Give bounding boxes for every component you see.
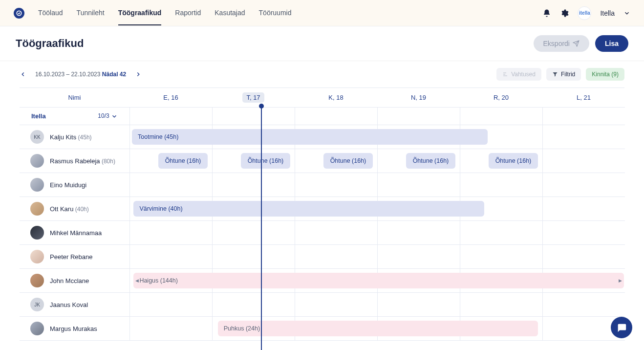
bell-icon[interactable]	[542, 9, 551, 18]
avatar	[30, 274, 44, 287]
filters-label: Filtrid	[561, 71, 575, 78]
export-button[interactable]: Ekspordi	[534, 35, 589, 52]
date-range[interactable]: 16.10.2023 – 22.10.2023 Nädal 42	[35, 71, 126, 78]
column-header-day: T, 17	[212, 88, 295, 108]
avatar	[30, 250, 44, 263]
avatar	[30, 202, 44, 216]
person-name: Kalju Kits	[50, 133, 76, 141]
person-name: John Mcclane	[50, 277, 89, 284]
gear-icon[interactable]	[560, 9, 569, 18]
group-name: Itella	[31, 112, 46, 120]
avatar	[30, 322, 44, 335]
column-header-name: Nimi	[20, 88, 129, 108]
controls-row: 16.10.2023 – 22.10.2023 Nädal 42 Vahtuse…	[0, 61, 644, 88]
schedule-entry[interactable]: Õhtune (16h)	[489, 153, 538, 169]
column-header-day: K, 18	[295, 88, 377, 108]
person-name: Rasmus Rabeleja	[50, 157, 100, 165]
filter-icon	[552, 71, 558, 77]
person-name: Peeter Rebane	[50, 253, 92, 261]
day-cell[interactable]	[542, 108, 625, 125]
person-name: Ott Karu	[50, 205, 73, 213]
person-cell[interactable]: Peeter Rebane	[20, 245, 129, 269]
person-cell[interactable]: Rasmus Rabeleja (80h)	[20, 149, 129, 173]
schedule-entry[interactable]: Õhtune (16h)	[406, 153, 455, 169]
date-range-text: 16.10.2023 – 22.10.2023	[35, 71, 100, 78]
group-toggle[interactable]: Itella10/3	[20, 108, 129, 125]
confirm-chip[interactable]: Kinnita (9)	[586, 68, 624, 81]
column-header-day: R, 20	[460, 88, 542, 108]
person-cell[interactable]: Eino Muidugi	[20, 173, 129, 197]
chat-icon	[616, 322, 627, 333]
schedule-entry[interactable]: Õhtune (16h)	[241, 153, 290, 169]
nav-users[interactable]: Kasutajad	[215, 9, 245, 25]
arrow-left-icon: ◀	[135, 278, 139, 283]
avatar	[30, 154, 44, 168]
add-button[interactable]: Lisa	[595, 35, 628, 52]
schedule-grid-wrap: NimiE, 16T, 17K, 18N, 19R, 20L, 21Itella…	[0, 88, 644, 350]
person-hours: (80h)	[100, 158, 115, 165]
prev-week-button[interactable]	[20, 71, 26, 78]
app-logo[interactable]	[14, 8, 24, 19]
now-indicator	[261, 106, 262, 350]
schedule-entry[interactable]: Puhkus (24h)	[218, 321, 538, 336]
shifts-label: Vahtused	[511, 71, 536, 78]
person-name: Mihkel Männamaa	[50, 229, 102, 237]
person-name: Margus Murakas	[50, 325, 97, 332]
person-cell[interactable]: JKJaanus Koval	[20, 293, 129, 317]
group-count: 10/3	[98, 112, 118, 120]
column-header-day: N, 19	[377, 88, 460, 108]
send-icon	[573, 40, 580, 47]
person-hours: (45h)	[76, 134, 91, 141]
day-cell[interactable]	[295, 108, 377, 125]
avatar: JK	[30, 298, 44, 311]
person-cell[interactable]: Ott Karu (40h)	[20, 197, 129, 221]
org-name[interactable]: Itella	[600, 9, 615, 17]
schedule-grid: NimiE, 16T, 17K, 18N, 19R, 20L, 21Itella…	[20, 88, 624, 341]
chevron-down-icon[interactable]	[623, 10, 630, 17]
person-cell[interactable]: Margus Murakas	[20, 317, 129, 341]
column-header-day: E, 16	[129, 88, 212, 108]
confirm-label: Kinnita (9)	[592, 71, 619, 78]
page-title: Töögraafikud	[16, 37, 84, 50]
schedule-entry[interactable]: Õhtune (16h)	[323, 153, 373, 169]
schedule-entry[interactable]: Tootmine (45h)	[132, 129, 488, 145]
person-cell[interactable]: Mihkel Männamaa	[20, 221, 129, 245]
column-header-day: L, 21	[542, 88, 625, 108]
nav-dashboard[interactable]: Töölaud	[38, 9, 63, 25]
chat-button[interactable]	[611, 317, 632, 338]
person-cell[interactable]: John Mcclane	[20, 269, 129, 293]
topbar: Töölaud Tunnileht Töögraafikud Raportid …	[0, 0, 644, 26]
page-header: Töögraafikud Ekspordi Lisa	[0, 26, 644, 61]
shifts-chip[interactable]: Vahtused	[496, 68, 541, 81]
nav-workspaces[interactable]: Tööruumid	[259, 9, 292, 25]
schedule-entry[interactable]: Õhtune (16h)	[158, 153, 208, 169]
avatar	[30, 226, 44, 240]
schedule-entry[interactable]: Värvimine (40h)	[133, 201, 484, 217]
org-avatar[interactable]: itella	[578, 6, 591, 20]
schedule-entry[interactable]: Haigus (144h)◀▶	[133, 273, 623, 288]
day-cell[interactable]	[460, 108, 542, 125]
day-cell[interactable]	[212, 108, 295, 125]
nav-timesheet[interactable]: Tunnileht	[77, 9, 105, 25]
export-label: Ekspordi	[543, 40, 570, 47]
next-week-button[interactable]	[135, 71, 142, 78]
sliders-icon	[502, 71, 508, 77]
avatar	[30, 178, 44, 192]
person-name: Jaanus Koval	[50, 301, 88, 308]
day-cell[interactable]	[129, 108, 212, 125]
person-cell[interactable]: KKKalju Kits (45h)	[20, 125, 129, 149]
person-hours: (40h)	[73, 206, 88, 213]
filters-chip[interactable]: Filtrid	[546, 68, 581, 81]
nav-reports[interactable]: Raportid	[175, 9, 201, 25]
main-nav: Töölaud Tunnileht Töögraafikud Raportid …	[38, 9, 291, 18]
day-cell[interactable]	[377, 108, 460, 125]
week-number: Nädal 42	[102, 71, 126, 78]
arrow-right-icon: ▶	[619, 278, 622, 283]
nav-schedules[interactable]: Töögraafikud	[118, 9, 162, 25]
avatar: KK	[30, 130, 44, 144]
person-name: Eino Muidugi	[50, 181, 86, 189]
